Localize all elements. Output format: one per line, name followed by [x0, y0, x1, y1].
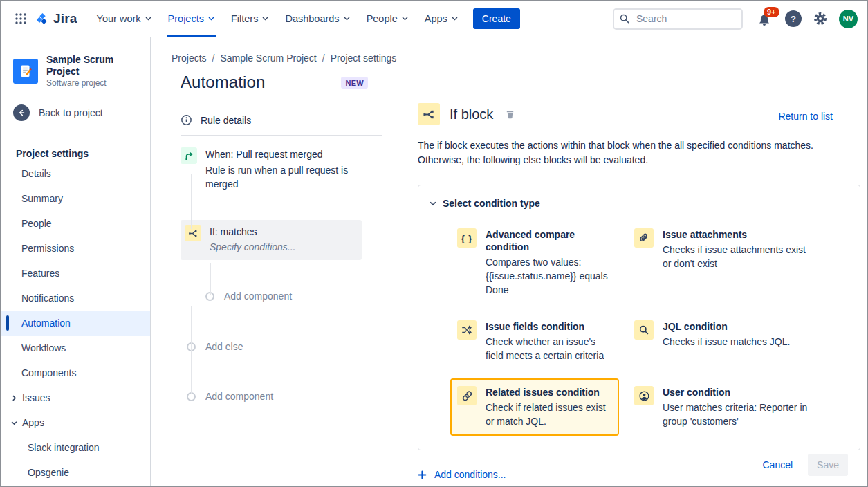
flow-divider [181, 135, 382, 136]
rule-flow-column: Rule details When: Pull request merged R… [181, 103, 382, 480]
sidebar-item-permissions[interactable]: Permissions [1, 236, 150, 261]
search-box [613, 8, 743, 30]
notifications-button[interactable]: 9+ [757, 8, 775, 29]
back-to-project-button[interactable]: Back to project [1, 104, 150, 121]
sidebar-item-automation[interactable]: Automation [1, 311, 150, 336]
jira-logo-icon [35, 12, 50, 26]
sidebar-item-opsgenie[interactable]: Opsgenie [1, 460, 150, 485]
when-step-subtitle: Rule is run when a pull request is merge… [205, 163, 351, 191]
breadcrumb-separator: / [212, 53, 215, 64]
plus-icon [418, 470, 427, 479]
chevron-right-icon [11, 395, 17, 401]
condition-jql[interactable]: JQL condition Checks if issue matches JQ… [627, 313, 849, 370]
nav-item-projects[interactable]: Projects [160, 1, 223, 37]
sidebar-heading: Project settings [1, 146, 150, 161]
trash-icon [505, 109, 515, 120]
breadcrumb: Projects / Sample Scrum Project / Projec… [172, 53, 867, 64]
search-input[interactable] [613, 8, 743, 30]
chevron-down-icon [430, 201, 436, 206]
connector-line [191, 174, 192, 229]
help-icon[interactable] [785, 10, 802, 27]
notification-count-badge: 9+ [764, 7, 779, 17]
branch-condition-icon [418, 103, 440, 125]
sidebar-item-summary[interactable]: Summary [1, 186, 150, 211]
sidebar-item-notifications[interactable]: Notifications [1, 286, 150, 311]
condition-user[interactable]: User condition User matches criteria: Re… [627, 378, 849, 436]
top-navigation: Jira Your work Projects Filters Dashboar… [1, 1, 867, 37]
condition-related-issues[interactable]: Related issues condition Check if relate… [450, 378, 619, 436]
project-avatar-icon [13, 59, 38, 84]
save-button[interactable]: Save [808, 454, 848, 476]
trigger-icon [181, 147, 197, 164]
when-step-title: When: Pull request merged [205, 147, 351, 161]
sidebar-item-workflows[interactable]: Workflows [1, 336, 150, 360]
jira-logo-text: Jira [53, 11, 77, 26]
sidebar-item-slack-integration[interactable]: Slack integration [1, 435, 150, 460]
topnav-right-icons: 9+ NV [757, 8, 858, 29]
sidebar-group-issues[interactable]: Issues [1, 385, 150, 410]
search-icon [619, 13, 630, 24]
breadcrumb-project[interactable]: Sample Scrum Project [220, 53, 316, 64]
if-block-detail-panel: If block The if block executes the actio… [418, 103, 867, 480]
page-title-row: Automation NEW [181, 73, 867, 92]
project-title-group: Sample Scrum Project Software project [46, 54, 139, 88]
condition-issue-fields[interactable]: Issue fields condition Check whether an … [450, 313, 619, 370]
condition-picker-card: Select condition type Advanced compare c… [418, 185, 860, 450]
project-header: Sample Scrum Project Software project [1, 54, 150, 88]
if-condition-step[interactable]: If: matches Specify conditions... [181, 220, 362, 260]
chevron-down-icon [452, 17, 458, 21]
when-trigger-step[interactable]: When: Pull request merged Rule is run wh… [181, 147, 382, 191]
add-else-button[interactable]: Add else [181, 341, 382, 352]
shuffle-icon [457, 320, 477, 340]
link-icon [457, 386, 477, 405]
sidebar-item-details[interactable]: Details [1, 161, 150, 186]
add-component-button[interactable]: Add component [181, 391, 382, 402]
arrow-left-icon [13, 104, 30, 121]
braces-icon [457, 228, 477, 248]
condition-picker-toggle[interactable]: Select condition type [430, 196, 849, 209]
jira-logo[interactable]: Jira [35, 11, 77, 26]
nav-item-apps[interactable]: Apps [416, 1, 466, 37]
sidebar-item-people[interactable]: People [1, 211, 150, 236]
content-columns: Rule details When: Pull request merged R… [172, 103, 867, 480]
panel-description: The if block executes the actions within… [418, 138, 852, 167]
sidebar-item-features[interactable]: Features [1, 261, 150, 286]
chevron-down-icon [402, 17, 408, 21]
when-step-text: When: Pull request merged Rule is run wh… [205, 147, 351, 191]
if-step-title: If: matches [210, 225, 296, 239]
create-button[interactable]: Create [473, 8, 520, 29]
condition-issue-attachments[interactable]: Issue attachments Checks if issue attach… [627, 221, 849, 304]
sidebar-item-components[interactable]: Components [1, 360, 150, 385]
main-content: Projects / Sample Scrum Project / Projec… [151, 37, 867, 487]
sidebar-divider [1, 134, 150, 134]
jira-automation-page: { "topnav": { "logo_text": "Jira", "item… [0, 0, 868, 487]
nav-item-dashboards[interactable]: Dashboards [277, 1, 358, 37]
delete-block-button[interactable] [505, 109, 515, 120]
chevron-down-icon [11, 420, 17, 426]
panel-title: If block [450, 107, 493, 122]
project-name: Sample Scrum Project [46, 54, 139, 77]
condition-advanced-compare[interactable]: Advanced compare condition Compares two … [450, 221, 619, 304]
breadcrumb-project-settings[interactable]: Project settings [331, 53, 397, 64]
connector-line [210, 263, 211, 295]
cancel-button[interactable]: Cancel [762, 459, 793, 470]
chevron-down-icon [262, 17, 268, 21]
app-switcher-icon[interactable] [10, 8, 31, 30]
connector-line [191, 306, 192, 394]
if-step-text: If: matches Specify conditions... [210, 225, 296, 254]
rule-details-item[interactable]: Rule details [181, 114, 382, 126]
breadcrumb-projects[interactable]: Projects [172, 53, 207, 64]
new-badge: NEW [341, 77, 368, 89]
user-avatar[interactable]: NV [839, 10, 858, 28]
nav-item-filters[interactable]: Filters [223, 1, 277, 37]
sidebar-group-apps[interactable]: Apps [1, 410, 150, 435]
search-icon [634, 320, 654, 340]
condition-grid: Advanced compare condition Compares two … [450, 221, 849, 436]
nav-item-people[interactable]: People [358, 1, 416, 37]
settings-gear-icon[interactable] [812, 10, 829, 27]
panel-header: If block [418, 103, 867, 125]
nav-item-your-work[interactable]: Your work [89, 1, 160, 37]
chevron-down-icon [208, 17, 214, 21]
chevron-down-icon [145, 17, 151, 21]
primary-nav: Your work Projects Filters Dashboards Pe… [89, 1, 466, 37]
